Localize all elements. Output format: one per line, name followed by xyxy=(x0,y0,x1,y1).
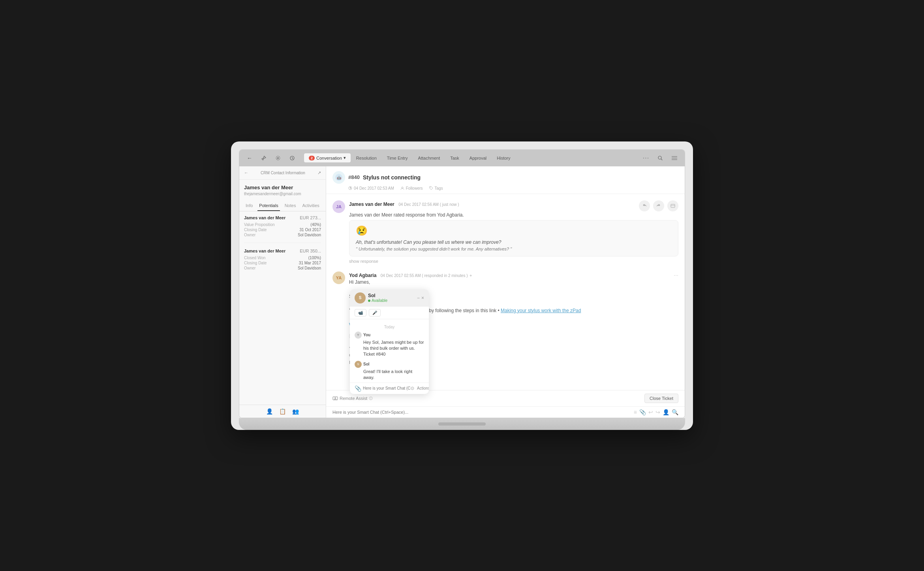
format-button[interactable]: ≡ xyxy=(634,409,637,415)
mention-button[interactable]: 👤 xyxy=(663,409,669,415)
compose-button[interactable] xyxy=(667,200,678,211)
chat-sol-avatar: S xyxy=(355,361,362,368)
menu-button[interactable] xyxy=(669,153,680,164)
laptop-screen: ← 2 C xyxy=(239,149,685,418)
closing-date-value: 31 Oct 2017 xyxy=(300,228,321,232)
sidebar-contact-icon[interactable]: 👤 xyxy=(266,408,273,415)
james-rating-description: James van der Meer rated response from Y… xyxy=(349,211,678,219)
stylus-link[interactable]: Making your stylus work with the zPad xyxy=(501,308,581,313)
sidebar-expand-button[interactable]: ↗ xyxy=(317,170,321,175)
remote-assist-button[interactable]: Remote Assist xyxy=(332,396,373,401)
tab-resolution[interactable]: Resolution xyxy=(351,154,381,162)
closed-won-value: (100%) xyxy=(308,256,321,260)
redo-button[interactable]: ↪ xyxy=(655,409,660,415)
tab-task[interactable]: Task xyxy=(445,154,464,162)
chat-message-sol: S Sol Great! I'll take a look right away… xyxy=(355,361,424,381)
sidebar-back-button[interactable]: ← xyxy=(244,170,248,175)
audio-call-button[interactable]: 🎤 xyxy=(369,309,381,317)
ticket-header: 🤖 #840 Stylus not connecting 04 Dec 2017… xyxy=(326,166,685,194)
value-prop-label: Value Proposition xyxy=(244,222,275,227)
ticket-avatar: 🤖 xyxy=(332,171,345,184)
tab-history[interactable]: History xyxy=(492,154,515,162)
laptop-notch xyxy=(438,422,486,426)
tab-attachment[interactable]: Attachment xyxy=(413,154,445,162)
reply-input-field[interactable] xyxy=(332,410,631,415)
reply-input-area: ≡ 📎 ↩ ↪ 👤 🔍 xyxy=(326,406,685,418)
svg-point-0 xyxy=(277,157,279,159)
chat-popup-controls: − × xyxy=(417,295,424,301)
forward-button[interactable] xyxy=(653,200,664,211)
sidebar-tab-activities[interactable]: Activities xyxy=(300,201,321,211)
svg-point-10 xyxy=(430,187,431,188)
attach-file-button[interactable]: 📎 xyxy=(639,409,646,415)
left-sidebar: ← CRM Contact Information ↗ James van de… xyxy=(239,166,326,418)
sidebar-team-icon[interactable]: 👥 xyxy=(292,408,299,415)
message-more-options[interactable]: ··· xyxy=(674,272,678,278)
james-avatar: JA xyxy=(332,200,345,213)
tab-conversation[interactable]: 2 Conversation ▾ xyxy=(304,153,351,162)
contact-email: thejamesandermeer@gmail.com xyxy=(244,192,321,196)
value-prop-value: (40%) xyxy=(310,222,321,227)
chat-settings-icon[interactable]: ⚙ xyxy=(410,386,415,391)
chat-attach-button[interactable]: 📎 xyxy=(355,385,361,392)
sidebar-tab-info[interactable]: Info xyxy=(244,201,254,211)
sidebar-notes-icon[interactable]: 📋 xyxy=(279,408,286,415)
owner-label-2: Owner xyxy=(244,266,255,270)
contact-info-section: James van der Meer thejamesandermeer@gma… xyxy=(239,180,326,201)
chat-agent-avatar: S xyxy=(355,292,366,303)
close-ticket-button[interactable]: Close Ticket xyxy=(644,394,678,403)
chat-text-input[interactable] xyxy=(363,385,410,392)
tab-time-entry[interactable]: Time Entry xyxy=(382,154,413,162)
history-nav-button[interactable] xyxy=(287,153,298,164)
undo-button[interactable]: ↩ xyxy=(648,409,653,415)
potential-amount-2: EUR 350... xyxy=(300,249,321,255)
chat-messages-area: Today Y You Hey Sol, James might be up f… xyxy=(350,319,429,383)
chat-you-avatar: Y xyxy=(355,332,362,339)
chat-minimize-button[interactable]: − xyxy=(417,295,420,301)
sidebar-tab-potentials[interactable]: Potentials xyxy=(257,201,280,211)
chat-actions-button[interactable]: Actions ▾ xyxy=(417,386,429,390)
chat-input-area: 📎 xyxy=(355,385,410,392)
chat-popup: S Sol Available − × 📹 xyxy=(350,289,429,394)
owner-value: Sol Davidson xyxy=(298,233,321,237)
settings-button[interactable] xyxy=(272,153,284,164)
james-sender-name: James van der Meer xyxy=(349,202,394,207)
chat-agent-info: Sol Available xyxy=(368,293,387,303)
chat-you-text: Hey Sol, James might be up for his third… xyxy=(355,339,424,358)
yod-sender-name: Yod Agbaria xyxy=(349,273,376,278)
rating-box: 😢 Ah, that's unfortunate! Can you please… xyxy=(349,220,678,256)
closing-date-label-2: Closing Date xyxy=(244,261,267,265)
top-navigation: ← 2 C xyxy=(239,150,685,166)
pin-button[interactable] xyxy=(258,153,269,164)
ticket-title-row: 🤖 #840 Stylus not connecting xyxy=(332,171,678,184)
tab-approval[interactable]: Approval xyxy=(465,154,491,162)
sidebar-tab-notes[interactable]: Notes xyxy=(283,201,298,211)
chat-sol-name: Sol xyxy=(363,362,370,366)
reply-toolbar: ≡ 📎 ↩ ↪ 👤 🔍 xyxy=(634,409,678,415)
more-options-button[interactable]: ··· xyxy=(640,153,652,164)
sidebar-title: CRM Contact Information xyxy=(261,171,305,175)
emoji-search-button[interactable]: 🔍 xyxy=(672,409,678,415)
show-response-link[interactable]: show response xyxy=(349,259,678,264)
rating-quote: Ah, that's unfortunate! Can you please t… xyxy=(356,239,672,245)
chat-msg-sender-you: Y You xyxy=(355,332,424,339)
svg-point-9 xyxy=(402,187,403,188)
back-button[interactable]: ← xyxy=(244,153,255,164)
video-call-button[interactable]: 📹 xyxy=(355,309,366,317)
chat-popup-header: S Sol Available − × xyxy=(350,289,429,307)
reply-button[interactable] xyxy=(639,200,650,211)
main-layout: ← CRM Contact Information ↗ James van de… xyxy=(239,166,685,418)
sidebar-tabs: Info Potentials Notes Activities xyxy=(239,201,326,211)
chat-close-button[interactable]: × xyxy=(421,295,424,301)
potential-item: James van der Meer EUR 273... Value Prop… xyxy=(244,215,321,243)
ticket-meta: 04 Dec 2017 02:53 AM Followers Tags xyxy=(348,186,678,190)
search-nav-button[interactable] xyxy=(655,153,666,164)
expand-message-btn[interactable]: + xyxy=(470,273,472,278)
potential-name-2: James van der Meer xyxy=(244,249,285,253)
chat-msg-sender-sol: S Sol xyxy=(355,361,424,368)
chat-you-name: You xyxy=(363,333,370,337)
sidebar-bottom-bar: 👤 📋 👥 xyxy=(239,405,326,418)
chat-video-controls: 📹 🎤 xyxy=(350,307,429,319)
ticket-subject: Stylus not connecting xyxy=(363,174,421,181)
chat-sol-text: Great! I'll take a look right away. xyxy=(355,369,424,381)
